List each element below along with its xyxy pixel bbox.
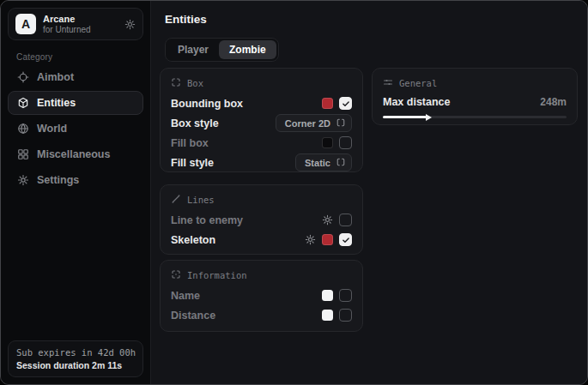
- app-logo: A: [15, 14, 36, 34]
- row-label: Distance: [171, 310, 215, 322]
- sub-expires-text: Sub expires in 42d 00h: [16, 347, 135, 358]
- color-swatch[interactable]: [322, 310, 333, 321]
- app-logo-letter: A: [21, 17, 30, 31]
- scan-info-icon: [171, 269, 181, 281]
- name-checkbox[interactable]: [339, 289, 352, 302]
- card-title: Information: [187, 270, 247, 280]
- dropdown-value: Corner 2D: [285, 118, 330, 129]
- box-style-dropdown[interactable]: Corner 2D: [276, 114, 352, 132]
- slider-thumb[interactable]: [426, 114, 432, 121]
- sidebar-item-settings[interactable]: Settings: [8, 168, 143, 192]
- fill-box-checkbox[interactable]: [339, 136, 352, 149]
- box-style-row: Box style Corner 2D: [171, 113, 352, 133]
- fill-style-row: Fill style Static: [171, 153, 352, 172]
- row-label: Fill box: [171, 137, 209, 149]
- dropdown-value: Static: [305, 158, 330, 168]
- sidebar-nav: Aimbot Entities World: [8, 65, 143, 192]
- tab-player[interactable]: Player: [167, 40, 219, 59]
- skeleton-row: Skeleton: [171, 230, 352, 250]
- max-distance-row: Max distance 248m: [383, 93, 567, 111]
- distance-checkbox[interactable]: [339, 309, 352, 322]
- fill-box-row: Fill box: [171, 133, 352, 153]
- row-label: Name: [171, 290, 200, 302]
- information-card: Information Name Distance: [160, 260, 363, 332]
- slider-fill: [383, 116, 427, 118]
- gear-icon[interactable]: [305, 234, 316, 245]
- main-panel: Entities Player Zombie Box Bounding box: [151, 1, 587, 384]
- subscription-card: Sub expires in 42d 00h Session duration …: [8, 340, 143, 377]
- entity-tabs: Player Zombie: [165, 38, 279, 62]
- app-subtitle: for Unturned: [43, 25, 118, 35]
- gear-icon[interactable]: [124, 19, 136, 30]
- sidebar-item-label: World: [37, 123, 67, 135]
- color-swatch[interactable]: [322, 290, 333, 301]
- scan-corners-icon: [171, 77, 181, 89]
- max-distance-value: 248m: [540, 96, 567, 108]
- sidebar-item-label: Miscellaneous: [37, 148, 110, 160]
- distance-row: Distance: [171, 305, 352, 325]
- page-title: Entities: [165, 13, 207, 26]
- cube-icon: [17, 97, 29, 109]
- globe-icon: [17, 123, 29, 135]
- general-card: General Max distance 248m: [372, 68, 578, 125]
- line-to-enemy-checkbox[interactable]: [339, 214, 352, 226]
- app-header-card: A Arcane for Unturned: [8, 8, 143, 40]
- sidebar-item-world[interactable]: World: [8, 117, 143, 141]
- sidebar-item-label: Settings: [37, 174, 79, 186]
- sidebar-item-label: Aimbot: [37, 71, 74, 83]
- max-distance-slider[interactable]: [383, 116, 567, 118]
- sliders-icon: [383, 77, 393, 89]
- row-label: Skeleton: [171, 234, 215, 246]
- sidebar-item-aimbot[interactable]: Aimbot: [8, 65, 143, 89]
- sidebar-item-entities[interactable]: Entities: [8, 91, 143, 115]
- lines-card: Lines Line to enemy Ske: [160, 184, 363, 255]
- row-label: Max distance: [383, 96, 451, 108]
- color-swatch[interactable]: [322, 137, 333, 148]
- bounding-box-checkbox[interactable]: [339, 97, 352, 110]
- color-swatch[interactable]: [322, 234, 333, 245]
- gear-icon[interactable]: [322, 214, 333, 226]
- row-label: Fill style: [171, 157, 214, 169]
- sidebar: A Arcane for Unturned Category: [1, 1, 151, 384]
- row-label: Line to enemy: [171, 214, 243, 226]
- crosshair-icon: [17, 71, 29, 83]
- card-title: Box: [187, 78, 203, 88]
- bounding-box-row: Bounding box: [171, 93, 352, 113]
- tab-zombie[interactable]: Zombie: [219, 40, 276, 59]
- arcane-window: A Arcane for Unturned Category: [0, 0, 588, 385]
- select-brackets-icon: [336, 118, 345, 129]
- line-to-enemy-row: Line to enemy: [171, 210, 352, 230]
- gear-icon: [17, 174, 29, 186]
- skeleton-checkbox[interactable]: [339, 233, 352, 246]
- sidebar-item-miscellaneous[interactable]: Miscellaneous: [8, 142, 143, 166]
- name-row: Name: [171, 286, 352, 305]
- row-label: Bounding box: [171, 98, 243, 110]
- card-title: Lines: [187, 195, 215, 205]
- session-duration-text: Session duration 2m 11s: [16, 360, 135, 370]
- box-card: Box Bounding box Box style Corner 2D: [160, 68, 363, 172]
- sidebar-item-label: Entities: [37, 97, 76, 109]
- row-label: Box style: [171, 117, 219, 129]
- color-swatch[interactable]: [322, 98, 333, 109]
- card-title: General: [399, 78, 437, 88]
- category-label: Category: [16, 52, 143, 62]
- line-icon: [171, 194, 181, 206]
- fill-style-dropdown[interactable]: Static: [295, 153, 352, 171]
- select-brackets-icon: [336, 158, 345, 168]
- app-name: Arcane: [43, 14, 118, 25]
- grid-icon: [17, 148, 29, 160]
